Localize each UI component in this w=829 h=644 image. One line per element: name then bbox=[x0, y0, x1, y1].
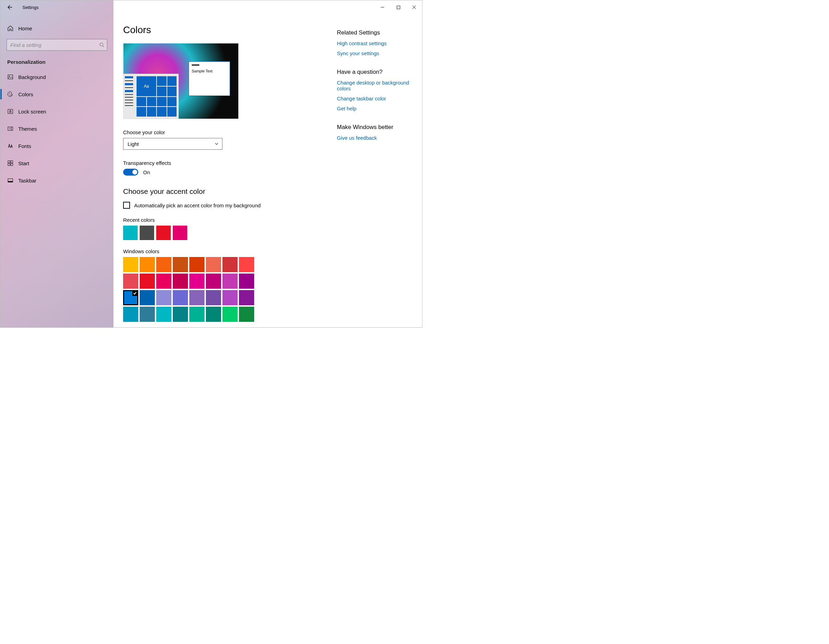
windows-color-swatch[interactable] bbox=[222, 273, 238, 289]
recent-color-swatch[interactable] bbox=[173, 226, 187, 240]
windows-color-swatch[interactable] bbox=[239, 290, 254, 305]
windows-color-swatch[interactable] bbox=[156, 290, 172, 305]
svg-rect-13 bbox=[11, 164, 13, 166]
sidebar-item-colors[interactable]: Colors bbox=[0, 87, 113, 101]
related-link[interactable]: Sync your settings bbox=[337, 51, 412, 56]
chevron-down-icon bbox=[214, 142, 219, 146]
windows-color-swatch[interactable] bbox=[173, 273, 188, 289]
svg-rect-15 bbox=[8, 181, 13, 182]
svg-point-3 bbox=[9, 76, 10, 77]
maximize-button[interactable] bbox=[390, 2, 406, 13]
sidebar-item-fonts[interactable]: Fonts bbox=[0, 139, 113, 153]
sidebar-item-label: Lock screen bbox=[18, 109, 46, 115]
auto-accent-checkbox[interactable] bbox=[123, 202, 130, 209]
windows-color-swatch[interactable] bbox=[123, 257, 138, 272]
sidebar-item-label: Colors bbox=[18, 92, 33, 97]
windows-color-swatch[interactable] bbox=[206, 290, 221, 305]
svg-rect-10 bbox=[8, 161, 10, 163]
windows-color-swatch[interactable] bbox=[239, 273, 254, 289]
search-icon bbox=[99, 43, 104, 47]
sidebar: Home Personalization BackgroundColorsLoc… bbox=[0, 0, 113, 327]
windows-color-swatch[interactable] bbox=[140, 290, 155, 305]
recent-colors-grid bbox=[123, 226, 316, 240]
svg-rect-7 bbox=[8, 109, 13, 114]
close-button[interactable] bbox=[406, 2, 422, 13]
windows-color-swatch[interactable] bbox=[189, 307, 205, 322]
windows-color-swatch[interactable] bbox=[123, 307, 138, 322]
windows-color-swatch[interactable] bbox=[206, 257, 221, 272]
close-icon bbox=[412, 5, 416, 9]
windows-color-swatch[interactable] bbox=[123, 273, 138, 289]
help-link[interactable]: Change desktop or background colors bbox=[337, 80, 412, 92]
recent-color-swatch[interactable] bbox=[156, 226, 171, 240]
search-input[interactable] bbox=[10, 42, 99, 48]
sidebar-item-lock-screen[interactable]: Lock screen bbox=[0, 104, 113, 118]
help-link[interactable]: Change taskbar color bbox=[337, 96, 412, 101]
windows-color-swatch[interactable] bbox=[222, 257, 238, 272]
windows-color-swatch[interactable] bbox=[222, 307, 238, 322]
transparency-label: Transparency effects bbox=[123, 160, 316, 166]
svg-rect-11 bbox=[11, 161, 13, 163]
choose-color-label: Choose your color bbox=[123, 129, 316, 135]
windows-color-swatch[interactable] bbox=[123, 290, 138, 305]
windows-colors-label: Windows colors bbox=[123, 248, 316, 254]
windows-color-swatch[interactable] bbox=[206, 307, 221, 322]
windows-color-swatch[interactable] bbox=[189, 257, 205, 272]
preview-start-menu: Aa bbox=[123, 74, 179, 118]
windows-color-swatch[interactable] bbox=[206, 273, 221, 289]
accent-heading: Choose your accent color bbox=[123, 187, 316, 196]
minimize-button[interactable] bbox=[375, 2, 390, 13]
windows-colors-grid bbox=[123, 257, 254, 322]
windows-color-swatch[interactable] bbox=[189, 273, 205, 289]
sidebar-item-label: Start bbox=[18, 160, 29, 166]
windows-color-swatch[interactable] bbox=[156, 273, 172, 289]
windows-color-swatch[interactable] bbox=[140, 273, 155, 289]
sidebar-item-background[interactable]: Background bbox=[0, 69, 113, 84]
windows-color-swatch[interactable] bbox=[140, 257, 155, 272]
sidebar-nav: BackgroundColorsLock screenThemesFontsSt… bbox=[0, 69, 113, 188]
nav-home[interactable]: Home bbox=[0, 21, 113, 36]
windows-color-swatch[interactable] bbox=[156, 257, 172, 272]
recent-color-swatch[interactable] bbox=[123, 226, 137, 240]
windows-color-swatch[interactable] bbox=[173, 257, 188, 272]
maximize-icon bbox=[397, 6, 400, 9]
page-title: Colors bbox=[123, 24, 316, 36]
back-arrow-icon bbox=[7, 5, 13, 10]
recent-color-swatch[interactable] bbox=[140, 226, 154, 240]
windows-color-swatch[interactable] bbox=[173, 307, 188, 322]
palette-icon bbox=[7, 91, 13, 97]
choose-color-select[interactable]: Light bbox=[123, 138, 222, 150]
feedback-link[interactable]: Give us feedback bbox=[337, 135, 412, 141]
sidebar-item-start[interactable]: Start bbox=[0, 156, 113, 170]
windows-color-swatch[interactable] bbox=[222, 290, 238, 305]
sidebar-item-taskbar[interactable]: Taskbar bbox=[0, 173, 113, 188]
transparency-state: On bbox=[143, 169, 150, 175]
svg-point-1 bbox=[100, 43, 103, 46]
windows-color-swatch[interactable] bbox=[189, 290, 205, 305]
recent-colors-label: Recent colors bbox=[123, 217, 316, 223]
help-link[interactable]: Get help bbox=[337, 106, 412, 111]
windows-color-swatch[interactable] bbox=[239, 307, 254, 322]
back-button[interactable] bbox=[5, 2, 16, 13]
themes-icon bbox=[7, 126, 13, 132]
transparency-toggle[interactable] bbox=[123, 169, 138, 175]
windows-color-swatch[interactable] bbox=[156, 307, 172, 322]
sidebar-item-label: Fonts bbox=[18, 143, 32, 149]
better-heading: Make Windows better bbox=[337, 124, 412, 131]
nav-home-label: Home bbox=[18, 25, 32, 32]
fonts-icon bbox=[7, 143, 13, 149]
auto-accent-label: Automatically pick an accent color from … bbox=[134, 202, 261, 208]
sidebar-item-themes[interactable]: Themes bbox=[0, 122, 113, 136]
lock-screen-icon bbox=[7, 108, 13, 115]
sidebar-item-label: Themes bbox=[18, 126, 37, 132]
svg-rect-2 bbox=[8, 75, 13, 79]
windows-color-swatch[interactable] bbox=[173, 290, 188, 305]
windows-color-swatch[interactable] bbox=[239, 257, 254, 272]
search-input-wrap[interactable] bbox=[6, 39, 107, 51]
svg-point-6 bbox=[11, 95, 12, 96]
windows-color-swatch[interactable] bbox=[140, 307, 155, 322]
color-preview: Sample Text Aa bbox=[123, 43, 239, 119]
related-link[interactable]: High contrast settings bbox=[337, 40, 412, 46]
sidebar-item-label: Background bbox=[18, 74, 46, 80]
start-icon bbox=[7, 160, 13, 166]
